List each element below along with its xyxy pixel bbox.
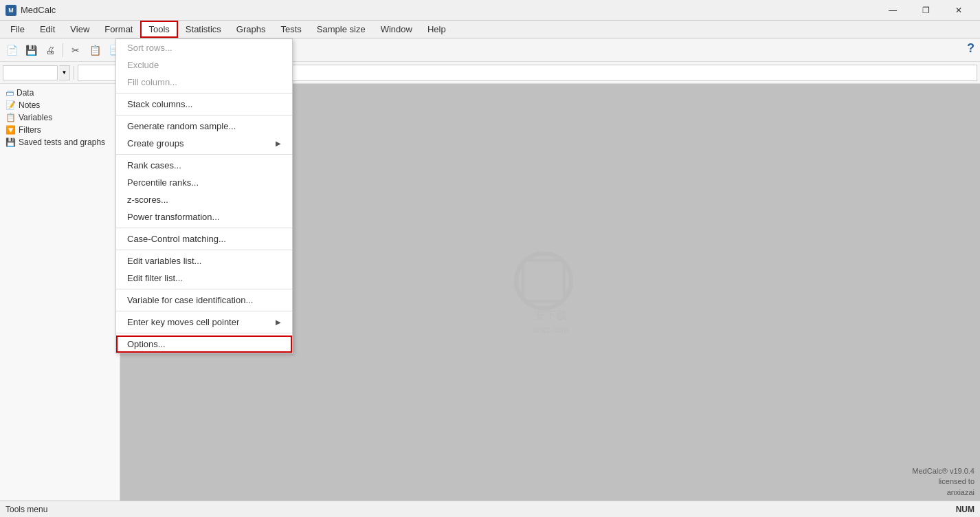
rank-cases-label: Rank cases... xyxy=(127,160,181,170)
tree-item-variables[interactable]: 📋 Variables xyxy=(3,111,117,124)
menu-statistics[interactable]: Statistics xyxy=(178,21,229,38)
menu-exclude[interactable]: Exclude xyxy=(116,56,292,74)
tools-dropdown: Sort rows... Exclude Fill column... Stac… xyxy=(115,38,293,353)
menu-samplesize[interactable]: Sample size xyxy=(309,21,373,38)
menu-tests[interactable]: Tests xyxy=(274,21,309,38)
menu-z-scores[interactable]: z-scores... xyxy=(116,191,292,208)
exclude-label: Exclude xyxy=(127,60,159,70)
sep-8 xyxy=(116,333,292,333)
title-text: MedCalc xyxy=(21,5,56,15)
save-button[interactable]: 💾 xyxy=(22,41,40,59)
fill-column-label: Fill column... xyxy=(127,77,177,87)
case-control-label: Case-Control matching... xyxy=(127,234,226,244)
menu-edit-filter[interactable]: Edit filter list... xyxy=(116,270,292,287)
sep-6 xyxy=(116,289,292,289)
print-button[interactable]: 🖨 xyxy=(41,41,59,59)
tree-item-data[interactable]: 🗃 Data xyxy=(3,87,117,99)
options-label: Options... xyxy=(127,339,166,349)
svg-rect-1 xyxy=(523,261,564,302)
menu-fill-column[interactable]: Fill column... xyxy=(116,74,292,91)
variable-case-label: Variable for case identification... xyxy=(127,295,253,305)
saved-icon: 💾 xyxy=(5,138,16,147)
menu-bar: File Edit View Format Tools Statistics G… xyxy=(0,21,980,38)
menu-edit-variables[interactable]: Edit variables list... xyxy=(116,252,292,270)
version-line3: anxiazai xyxy=(912,487,975,498)
tree-item-notes[interactable]: 📝 Notes xyxy=(3,99,117,111)
menu-create-groups[interactable]: Create groups ▶ xyxy=(116,135,292,152)
help-icon[interactable]: ? xyxy=(967,41,975,56)
toolbar-separator-1 xyxy=(63,43,63,57)
variables-icon: 📋 xyxy=(5,113,16,122)
window-controls: — ❐ ✕ xyxy=(877,0,975,21)
menu-help[interactable]: Help xyxy=(420,21,454,38)
sep-1 xyxy=(116,93,292,94)
generate-random-label: Generate random sample... xyxy=(127,121,236,131)
formula-sep xyxy=(74,66,74,80)
create-groups-label: Create groups xyxy=(127,138,183,148)
new-button[interactable]: 📄 xyxy=(3,41,21,59)
enter-key-label: Enter key moves cell pointer xyxy=(127,317,239,327)
status-right: NUM xyxy=(956,505,975,514)
percentile-ranks-label: Percentile ranks... xyxy=(127,177,199,188)
menu-view[interactable]: View xyxy=(63,21,97,38)
svg-text:安下载: 安下载 xyxy=(534,309,567,321)
z-scores-label: z-scores... xyxy=(127,195,168,205)
menu-edit[interactable]: Edit xyxy=(32,21,63,38)
menu-graphs[interactable]: Graphs xyxy=(229,21,274,38)
menu-case-control[interactable]: Case-Control matching... xyxy=(116,230,292,248)
menu-percentile-ranks[interactable]: Percentile ranks... xyxy=(116,174,292,191)
menu-variable-case[interactable]: Variable for case identification... xyxy=(116,292,292,309)
menu-sort-rows[interactable]: Sort rows... xyxy=(116,39,292,56)
sep-7 xyxy=(116,311,292,311)
status-left: Tools menu xyxy=(5,505,47,514)
edit-filter-label: Edit filter list... xyxy=(127,273,183,283)
sep-4 xyxy=(116,228,292,228)
tree-label-data: Data xyxy=(16,88,34,98)
version-info: MedCalc® v19.0.4 licensed to anxiazai xyxy=(912,466,975,498)
tree-item-saved[interactable]: 💾 Saved tests and graphs xyxy=(3,136,117,148)
menu-file[interactable]: File xyxy=(3,21,32,38)
enter-key-arrow: ▶ xyxy=(276,318,281,326)
status-bar: Tools menu NUM xyxy=(0,500,980,517)
title-bar: M MedCalc — ❐ ✕ xyxy=(0,0,980,21)
maximize-button[interactable]: ❐ xyxy=(910,0,942,21)
title-bar-left: M MedCalc xyxy=(5,5,56,16)
data-icon: 🗃 xyxy=(5,88,14,98)
svg-text:anxz.com: anxz.com xyxy=(533,325,568,335)
name-box[interactable] xyxy=(3,65,58,80)
menu-format[interactable]: Format xyxy=(97,21,140,38)
name-box-dropdown[interactable]: ▼ xyxy=(59,65,70,80)
version-line2: licensed to xyxy=(912,476,975,487)
close-button[interactable]: ✕ xyxy=(943,0,975,21)
power-transformation-label: Power transformation... xyxy=(127,212,219,222)
tree-item-filters[interactable]: 🔽 Filters xyxy=(3,124,117,136)
tree-label-filters: Filters xyxy=(19,125,41,135)
filters-icon: 🔽 xyxy=(5,125,16,135)
menu-generate-random[interactable]: Generate random sample... xyxy=(116,118,292,135)
menu-window[interactable]: Window xyxy=(373,21,420,38)
copy-button[interactable]: 📋 xyxy=(86,41,104,59)
notes-icon: 📝 xyxy=(5,100,16,110)
sort-rows-label: Sort rows... xyxy=(127,43,172,53)
cut-button[interactable]: ✂ xyxy=(67,41,85,59)
stack-columns-label: Stack columns... xyxy=(127,99,192,109)
tree-label-saved: Saved tests and graphs xyxy=(19,138,105,147)
minimize-button[interactable]: — xyxy=(877,0,909,21)
menu-options[interactable]: Options... xyxy=(116,336,292,353)
menu-tools[interactable]: Tools xyxy=(140,21,177,38)
sep-5 xyxy=(116,250,292,250)
sep-3 xyxy=(116,154,292,155)
edit-variables-label: Edit variables list... xyxy=(127,256,201,266)
create-groups-arrow: ▶ xyxy=(276,140,281,147)
menu-stack-columns[interactable]: Stack columns... xyxy=(116,96,292,113)
tree-label-variables: Variables xyxy=(19,113,52,122)
sep-2 xyxy=(116,115,292,116)
menu-power-transformation[interactable]: Power transformation... xyxy=(116,208,292,226)
menu-rank-cases[interactable]: Rank cases... xyxy=(116,157,292,174)
app-icon: M xyxy=(5,5,16,16)
version-line1: MedCalc® v19.0.4 xyxy=(912,466,975,476)
tree-label-notes: Notes xyxy=(19,100,40,110)
left-panel: 🗃 Data 📝 Notes 📋 Variables 🔽 Filters 💾 S… xyxy=(0,84,120,500)
menu-enter-key[interactable]: Enter key moves cell pointer ▶ xyxy=(116,314,292,331)
watermark: 安下载 anxz.com xyxy=(482,240,619,345)
